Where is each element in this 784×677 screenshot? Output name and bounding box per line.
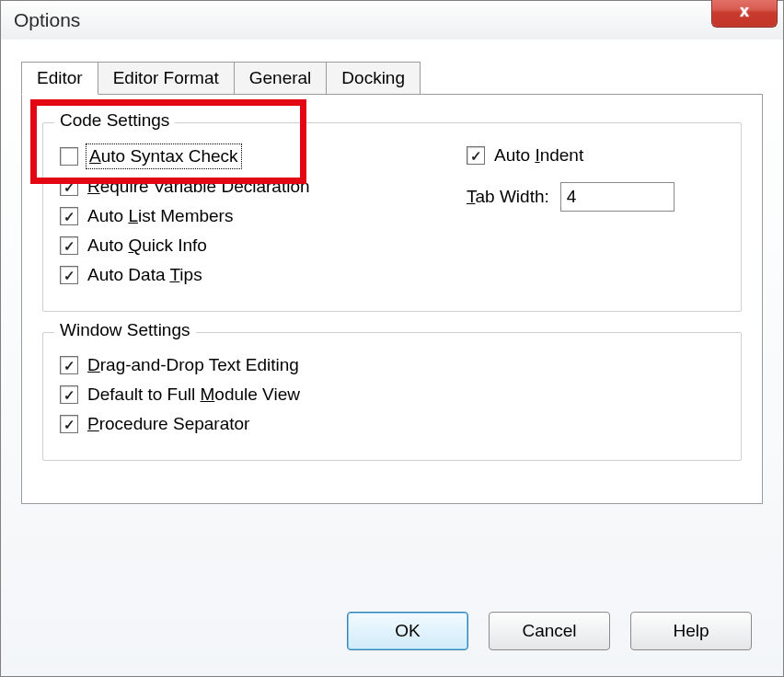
dialog-buttons: OK Cancel Help [347, 612, 752, 650]
window-settings-items: Drag-and-Drop Text EditingDefault to Ful… [60, 355, 724, 434]
input-tab-width[interactable] [560, 182, 674, 212]
label-require-variable-declaration: Require Variable Declaration [87, 177, 310, 197]
checkbox-procedure-separator[interactable] [60, 415, 78, 433]
tab-panel-editor: Code Settings Auto Syntax CheckRequire V… [21, 94, 763, 504]
label-auto-syntax-check: Auto Syntax Check [87, 145, 240, 167]
tab-width-row: Tab Width: [467, 182, 724, 212]
groupbox-code-settings: Code Settings Auto Syntax CheckRequire V… [42, 122, 742, 312]
checkbox-drag-and-drop-text-editing[interactable] [60, 356, 78, 374]
groupbox-window-settings: Window Settings Drag-and-Drop Text Editi… [42, 332, 742, 461]
close-icon: x [740, 2, 749, 21]
window-row-0: Drag-and-Drop Text Editing [60, 355, 724, 375]
checkbox-row-4: Auto Data Tips [60, 265, 457, 285]
checkbox-default-to-full-module-view[interactable] [60, 385, 78, 404]
label-drag-and-drop-text-editing: Drag-and-Drop Text Editing [87, 355, 299, 375]
options-dialog: Options x Editor Editor Format General D… [0, 0, 784, 677]
code-settings-right-column: Auto Indent Tab Width: [457, 145, 724, 294]
close-button[interactable]: x [711, 0, 778, 28]
tab-editor-format[interactable]: Editor Format [98, 62, 235, 95]
checkbox-row-1: Require Variable Declaration [60, 177, 457, 197]
checkbox-auto-syntax-check[interactable] [60, 147, 78, 166]
code-settings-left-column: Auto Syntax CheckRequire Variable Declar… [60, 145, 457, 294]
label-auto-indent: Auto Indent [494, 145, 583, 166]
checkbox-row-2: Auto List Members [60, 206, 457, 226]
tab-docking[interactable]: Docking [326, 62, 421, 95]
label-auto-list-members: Auto List Members [87, 206, 233, 226]
tab-editor[interactable]: Editor [21, 62, 98, 95]
checkbox-auto-list-members[interactable] [60, 207, 78, 225]
checkbox-auto-quick-info[interactable] [60, 236, 78, 255]
client-area: Editor Editor Format General Docking Cod… [1, 40, 783, 676]
label-procedure-separator: Procedure Separator [87, 414, 249, 434]
checkbox-row-auto-indent: Auto Indent [467, 145, 724, 166]
checkbox-auto-data-tips[interactable] [60, 266, 78, 284]
label-auto-data-tips: Auto Data Tips [87, 265, 202, 285]
label-default-to-full-module-view: Default to Full Module View [87, 384, 300, 405]
label-tab-width: Tab Width: [467, 187, 549, 207]
legend-code-settings: Code Settings [54, 110, 175, 131]
checkbox-row-0: Auto Syntax Check [60, 145, 457, 167]
window-row-2: Procedure Separator [60, 414, 724, 434]
checkbox-row-3: Auto Quick Info [60, 235, 457, 256]
ok-button[interactable]: OK [347, 612, 468, 650]
window-row-1: Default to Full Module View [60, 384, 724, 405]
tabstrip: Editor Editor Format General Docking [21, 62, 763, 95]
tab-general[interactable]: General [234, 62, 328, 95]
window-title: Options [14, 9, 80, 31]
cancel-button[interactable]: Cancel [489, 612, 610, 650]
legend-window-settings: Window Settings [54, 320, 196, 340]
checkbox-require-variable-declaration[interactable] [60, 178, 78, 196]
label-auto-quick-info: Auto Quick Info [87, 235, 207, 256]
help-button[interactable]: Help [630, 612, 752, 650]
checkbox-auto-indent[interactable] [467, 146, 485, 165]
titlebar: Options x [1, 1, 783, 40]
